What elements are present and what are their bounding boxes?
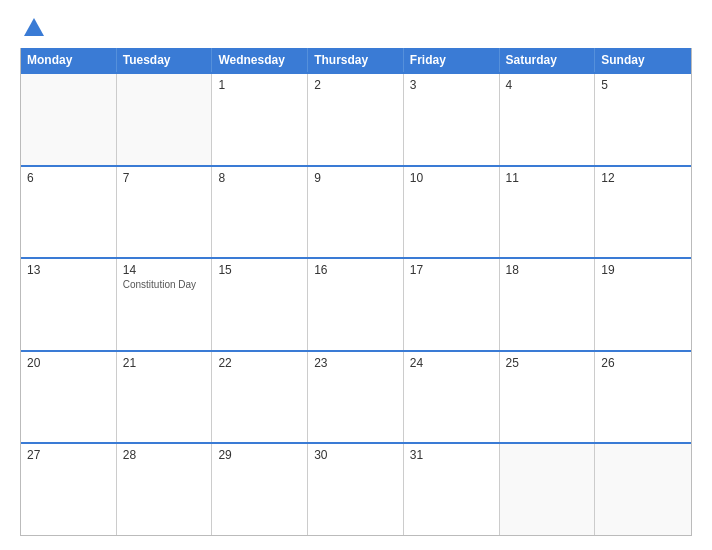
cal-cell: 6: [21, 167, 117, 258]
day-number: 14: [123, 263, 206, 277]
cal-cell: 29: [212, 444, 308, 535]
day-number: 19: [601, 263, 685, 277]
day-number: 7: [123, 171, 206, 185]
cal-cell: 8: [212, 167, 308, 258]
day-number: 17: [410, 263, 493, 277]
cal-cell: 27: [21, 444, 117, 535]
day-number: 21: [123, 356, 206, 370]
cal-cell: 14Constitution Day: [117, 259, 213, 350]
day-number: 29: [218, 448, 301, 462]
day-number: 26: [601, 356, 685, 370]
day-number: 31: [410, 448, 493, 462]
day-number: 30: [314, 448, 397, 462]
week-row-4: 20212223242526: [21, 350, 691, 443]
header-day-wednesday: Wednesday: [212, 48, 308, 72]
day-number: 8: [218, 171, 301, 185]
day-number: 2: [314, 78, 397, 92]
cal-cell: 24: [404, 352, 500, 443]
calendar-page: MondayTuesdayWednesdayThursdayFridaySatu…: [0, 0, 712, 550]
cal-cell: [595, 444, 691, 535]
cal-cell: 1: [212, 74, 308, 165]
cal-cell: 15: [212, 259, 308, 350]
cal-cell: 10: [404, 167, 500, 258]
week-row-5: 2728293031: [21, 442, 691, 535]
day-number: 22: [218, 356, 301, 370]
cal-cell: 30: [308, 444, 404, 535]
cal-cell: [117, 74, 213, 165]
header-day-monday: Monday: [21, 48, 117, 72]
cal-cell: 12: [595, 167, 691, 258]
cal-cell: 2: [308, 74, 404, 165]
cal-cell: 13: [21, 259, 117, 350]
cal-cell: 21: [117, 352, 213, 443]
holiday-label: Constitution Day: [123, 279, 206, 291]
cal-cell: 26: [595, 352, 691, 443]
header: [20, 18, 692, 38]
day-number: 16: [314, 263, 397, 277]
cal-cell: 22: [212, 352, 308, 443]
cal-cell: 9: [308, 167, 404, 258]
day-number: 12: [601, 171, 685, 185]
cal-cell: [21, 74, 117, 165]
cal-cell: 3: [404, 74, 500, 165]
header-day-saturday: Saturday: [500, 48, 596, 72]
cal-cell: 28: [117, 444, 213, 535]
day-number: 13: [27, 263, 110, 277]
cal-cell: 18: [500, 259, 596, 350]
cal-cell: 25: [500, 352, 596, 443]
cal-cell: 17: [404, 259, 500, 350]
day-number: 4: [506, 78, 589, 92]
day-number: 10: [410, 171, 493, 185]
cal-cell: 16: [308, 259, 404, 350]
calendar-header: MondayTuesdayWednesdayThursdayFridaySatu…: [21, 48, 691, 72]
day-number: 3: [410, 78, 493, 92]
day-number: 24: [410, 356, 493, 370]
day-number: 1: [218, 78, 301, 92]
cal-cell: 19: [595, 259, 691, 350]
day-number: 11: [506, 171, 589, 185]
header-day-tuesday: Tuesday: [117, 48, 213, 72]
header-day-sunday: Sunday: [595, 48, 691, 72]
week-row-1: 12345: [21, 72, 691, 165]
cal-cell: 20: [21, 352, 117, 443]
day-number: 20: [27, 356, 110, 370]
day-number: 6: [27, 171, 110, 185]
logo-triangle-icon: [24, 18, 44, 36]
day-number: 27: [27, 448, 110, 462]
day-number: 28: [123, 448, 206, 462]
day-number: 18: [506, 263, 589, 277]
cal-cell: 5: [595, 74, 691, 165]
cal-cell: 23: [308, 352, 404, 443]
calendar-grid: MondayTuesdayWednesdayThursdayFridaySatu…: [20, 48, 692, 536]
cal-cell: 7: [117, 167, 213, 258]
logo: [20, 18, 44, 38]
day-number: 25: [506, 356, 589, 370]
header-day-thursday: Thursday: [308, 48, 404, 72]
calendar-body: 1234567891011121314Constitution Day15161…: [21, 72, 691, 535]
cal-cell: 11: [500, 167, 596, 258]
cal-cell: 31: [404, 444, 500, 535]
day-number: 23: [314, 356, 397, 370]
week-row-2: 6789101112: [21, 165, 691, 258]
day-number: 5: [601, 78, 685, 92]
day-number: 9: [314, 171, 397, 185]
week-row-3: 1314Constitution Day1516171819: [21, 257, 691, 350]
cal-cell: 4: [500, 74, 596, 165]
header-day-friday: Friday: [404, 48, 500, 72]
day-number: 15: [218, 263, 301, 277]
cal-cell: [500, 444, 596, 535]
